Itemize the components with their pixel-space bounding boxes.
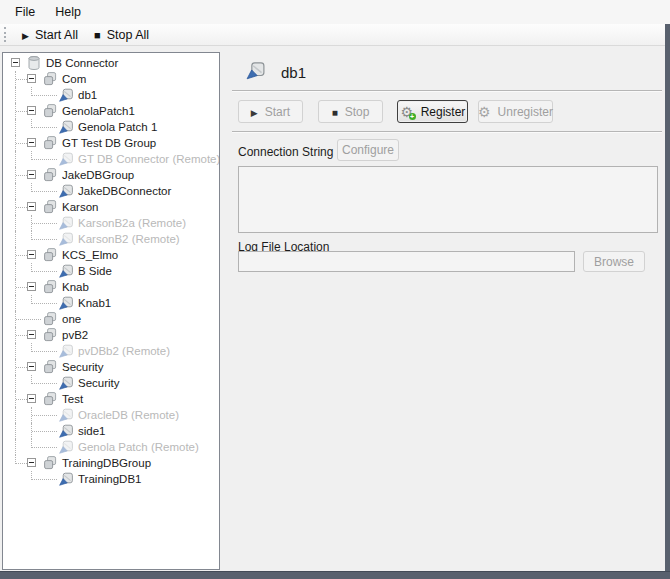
- db-group-icon: [42, 359, 58, 375]
- detail-header: db1: [245, 60, 306, 84]
- tree-item-one[interactable]: one: [3, 311, 219, 327]
- tree-item-com[interactable]: Com: [3, 71, 219, 87]
- menu-item-file[interactable]: File: [5, 2, 45, 22]
- tree-item-trainingdbgroup[interactable]: TrainingDBGroup: [3, 455, 219, 471]
- play-icon: [22, 28, 29, 42]
- tree-item-pvb2[interactable]: pvB2: [3, 327, 219, 343]
- db-connector-icon: [58, 407, 74, 423]
- start-all-button[interactable]: Start All: [14, 26, 86, 44]
- stop-all-button[interactable]: Stop All: [86, 26, 157, 44]
- db-tree-panel[interactable]: DB ConnectorComdb1GenolaPatch1Genola Pat…: [2, 52, 220, 570]
- connection-string-textarea[interactable]: [238, 166, 658, 233]
- tree-expander[interactable]: [27, 138, 36, 147]
- tree-item-gt-db-connector-remote[interactable]: GT DB Connector (Remote): [3, 151, 219, 167]
- tree-expander[interactable]: [27, 74, 36, 83]
- tree-item-side1[interactable]: side1: [3, 423, 219, 439]
- toolbar: Start All Stop All: [0, 24, 670, 46]
- detail-panel: db1 Start Stop Register Unregi: [220, 52, 665, 570]
- tree-item-label: GenolaPatch1: [62, 103, 135, 119]
- tree-item-label: KarsonB2 (Remote): [78, 231, 180, 247]
- tree-item-trainingdb1[interactable]: TrainingDB1: [3, 471, 219, 487]
- tree-expander[interactable]: [27, 282, 36, 291]
- db-connector-icon: [58, 263, 74, 279]
- tree-expander[interactable]: [27, 250, 36, 259]
- db-group-icon: [42, 311, 58, 327]
- configure-button[interactable]: Configure: [337, 139, 399, 161]
- tree-expander[interactable]: [27, 330, 36, 339]
- tree-item-gt-test-db-group[interactable]: GT Test DB Group: [3, 135, 219, 151]
- register-button-label: Register: [421, 105, 466, 119]
- tree-item-label: pvDBb2 (Remote): [78, 343, 170, 359]
- db-group-icon: [42, 103, 58, 119]
- gear-icon: [478, 105, 491, 119]
- tree-item-label: JakeDBGroup: [62, 167, 134, 183]
- connection-string-label: Connection String: [238, 145, 333, 159]
- tree-item-label: one: [62, 311, 81, 327]
- database-icon: [26, 55, 42, 71]
- tree-expander[interactable]: [27, 170, 36, 179]
- menu-bar: File Help: [0, 0, 670, 24]
- browse-button-label: Browse: [594, 255, 634, 269]
- toolbar-grip[interactable]: [4, 27, 9, 42]
- db-connector-icon: [58, 215, 74, 231]
- db-group-icon: [42, 135, 58, 151]
- db-connector-icon: [58, 119, 74, 135]
- db-group-icon: [42, 327, 58, 343]
- tree-item-oracledb-remote[interactable]: OracleDB (Remote): [3, 407, 219, 423]
- tree-item-jakedbconnector[interactable]: JakeDBConnector: [3, 183, 219, 199]
- tree-item-pvdbb2-remote[interactable]: pvDBb2 (Remote): [3, 343, 219, 359]
- tree-expander[interactable]: [27, 458, 36, 467]
- tree-item-security[interactable]: Security: [3, 375, 219, 391]
- header-separator: [232, 90, 662, 92]
- unregister-button-label: Unregister: [498, 105, 553, 119]
- main-split: DB ConnectorComdb1GenolaPatch1Genola Pat…: [2, 52, 665, 570]
- tree-item-security[interactable]: Security: [3, 359, 219, 375]
- action-button-row: Start Stop Register Unregister: [238, 100, 553, 123]
- db-connector-icon: [58, 471, 74, 487]
- db-connector-icon: [58, 87, 74, 103]
- tree-item-jakedbgroup[interactable]: JakeDBGroup: [3, 167, 219, 183]
- tree-expander[interactable]: [27, 106, 36, 115]
- tree-item-genolapatch1[interactable]: GenolaPatch1: [3, 103, 219, 119]
- stop-button[interactable]: Stop: [318, 100, 383, 123]
- db-connector-icon: [58, 375, 74, 391]
- tree-item-knab[interactable]: Knab: [3, 279, 219, 295]
- app-window: File Help Start All Stop All DB Connecto…: [0, 0, 670, 579]
- tree-item-knab1[interactable]: Knab1: [3, 295, 219, 311]
- tree-item-label: Test: [62, 391, 83, 407]
- tree-expander[interactable]: [11, 58, 20, 67]
- tree-item-genola-patch-remote[interactable]: Genola Patch (Remote): [3, 439, 219, 455]
- tree-expander[interactable]: [27, 394, 36, 403]
- tree-item-genola-patch-1[interactable]: Genola Patch 1: [3, 119, 219, 135]
- tree-expander[interactable]: [27, 362, 36, 371]
- tree-item-db1[interactable]: db1: [3, 87, 219, 103]
- log-file-input[interactable]: [238, 251, 575, 272]
- db-connector-icon: [58, 439, 74, 455]
- tree-item-karson[interactable]: Karson: [3, 199, 219, 215]
- unregister-button[interactable]: Unregister: [478, 100, 553, 123]
- tree-item-label: Security: [62, 359, 104, 375]
- tree-item-label: Com: [62, 71, 86, 87]
- db-connector-icon: [58, 423, 74, 439]
- tree-item-karsonb2a-remote[interactable]: KarsonB2a (Remote): [3, 215, 219, 231]
- tree-item-label: DB Connector: [46, 55, 118, 71]
- browse-button[interactable]: Browse: [583, 251, 645, 272]
- tree-item-label: Genola Patch 1: [78, 119, 157, 135]
- tree-item-b-side[interactable]: B Side: [3, 263, 219, 279]
- tree-item-db-connector[interactable]: DB Connector: [3, 55, 219, 71]
- db-group-icon: [42, 167, 58, 183]
- register-button[interactable]: Register: [397, 100, 468, 123]
- db-connector-icon: [245, 60, 266, 85]
- tree-item-kcs-elmo[interactable]: KCS_Elmo: [3, 247, 219, 263]
- menu-item-help[interactable]: Help: [45, 2, 91, 22]
- db-connector-icon: [58, 231, 74, 247]
- tree-item-label: pvB2: [62, 327, 88, 343]
- tree-item-test[interactable]: Test: [3, 391, 219, 407]
- tree-expander[interactable]: [27, 202, 36, 211]
- db-group-icon: [42, 199, 58, 215]
- tree-item-karsonb2-remote[interactable]: KarsonB2 (Remote): [3, 231, 219, 247]
- tree-item-label: Genola Patch (Remote): [78, 439, 199, 455]
- db-connector-icon: [58, 295, 74, 311]
- tree-item-label: Knab1: [78, 295, 111, 311]
- start-button[interactable]: Start: [238, 100, 303, 123]
